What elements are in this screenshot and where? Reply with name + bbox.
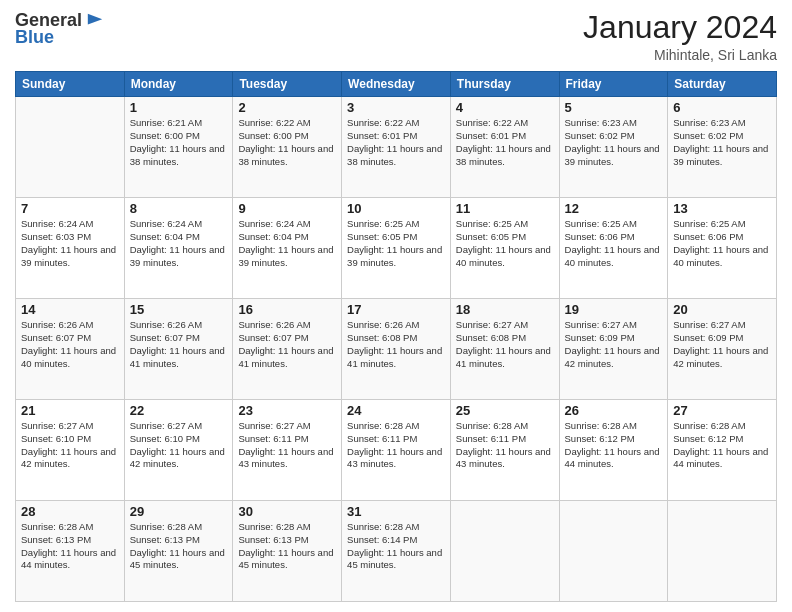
calendar-week-row: 21Sunrise: 6:27 AM Sunset: 6:10 PM Dayli… <box>16 400 777 501</box>
calendar-cell: 15Sunrise: 6:26 AM Sunset: 6:07 PM Dayli… <box>124 299 233 400</box>
page: General Blue January 2024 Mihintale, Sri… <box>0 0 792 612</box>
calendar-cell: 23Sunrise: 6:27 AM Sunset: 6:11 PM Dayli… <box>233 400 342 501</box>
day-number: 25 <box>456 403 554 418</box>
day-info: Sunrise: 6:28 AM Sunset: 6:11 PM Dayligh… <box>347 420 445 471</box>
calendar-cell: 7Sunrise: 6:24 AM Sunset: 6:03 PM Daylig… <box>16 198 125 299</box>
day-number: 14 <box>21 302 119 317</box>
day-info: Sunrise: 6:25 AM Sunset: 6:05 PM Dayligh… <box>456 218 554 269</box>
calendar-cell <box>668 501 777 602</box>
calendar-cell: 8Sunrise: 6:24 AM Sunset: 6:04 PM Daylig… <box>124 198 233 299</box>
calendar-cell <box>16 97 125 198</box>
day-number: 5 <box>565 100 663 115</box>
calendar-cell: 29Sunrise: 6:28 AM Sunset: 6:13 PM Dayli… <box>124 501 233 602</box>
day-info: Sunrise: 6:27 AM Sunset: 6:09 PM Dayligh… <box>673 319 771 370</box>
logo: General Blue <box>15 10 104 48</box>
day-info: Sunrise: 6:24 AM Sunset: 6:04 PM Dayligh… <box>238 218 336 269</box>
calendar-cell: 5Sunrise: 6:23 AM Sunset: 6:02 PM Daylig… <box>559 97 668 198</box>
calendar-cell: 14Sunrise: 6:26 AM Sunset: 6:07 PM Dayli… <box>16 299 125 400</box>
day-number: 17 <box>347 302 445 317</box>
header-sunday: Sunday <box>16 72 125 97</box>
calendar-cell: 13Sunrise: 6:25 AM Sunset: 6:06 PM Dayli… <box>668 198 777 299</box>
header-thursday: Thursday <box>450 72 559 97</box>
day-number: 27 <box>673 403 771 418</box>
day-info: Sunrise: 6:28 AM Sunset: 6:12 PM Dayligh… <box>565 420 663 471</box>
calendar-cell: 3Sunrise: 6:22 AM Sunset: 6:01 PM Daylig… <box>342 97 451 198</box>
day-number: 21 <box>21 403 119 418</box>
calendar-header-row: SundayMondayTuesdayWednesdayThursdayFrid… <box>16 72 777 97</box>
calendar-cell: 9Sunrise: 6:24 AM Sunset: 6:04 PM Daylig… <box>233 198 342 299</box>
day-number: 24 <box>347 403 445 418</box>
header-friday: Friday <box>559 72 668 97</box>
day-number: 1 <box>130 100 228 115</box>
day-info: Sunrise: 6:25 AM Sunset: 6:06 PM Dayligh… <box>673 218 771 269</box>
calendar-week-row: 28Sunrise: 6:28 AM Sunset: 6:13 PM Dayli… <box>16 501 777 602</box>
calendar-cell: 30Sunrise: 6:28 AM Sunset: 6:13 PM Dayli… <box>233 501 342 602</box>
day-number: 15 <box>130 302 228 317</box>
day-info: Sunrise: 6:26 AM Sunset: 6:07 PM Dayligh… <box>21 319 119 370</box>
day-info: Sunrise: 6:26 AM Sunset: 6:08 PM Dayligh… <box>347 319 445 370</box>
day-number: 23 <box>238 403 336 418</box>
calendar-cell: 17Sunrise: 6:26 AM Sunset: 6:08 PM Dayli… <box>342 299 451 400</box>
day-info: Sunrise: 6:22 AM Sunset: 6:01 PM Dayligh… <box>347 117 445 168</box>
header: General Blue January 2024 Mihintale, Sri… <box>15 10 777 63</box>
day-info: Sunrise: 6:28 AM Sunset: 6:13 PM Dayligh… <box>21 521 119 572</box>
day-number: 19 <box>565 302 663 317</box>
day-number: 13 <box>673 201 771 216</box>
calendar-cell: 26Sunrise: 6:28 AM Sunset: 6:12 PM Dayli… <box>559 400 668 501</box>
calendar-week-row: 14Sunrise: 6:26 AM Sunset: 6:07 PM Dayli… <box>16 299 777 400</box>
header-wednesday: Wednesday <box>342 72 451 97</box>
day-number: 11 <box>456 201 554 216</box>
day-info: Sunrise: 6:27 AM Sunset: 6:09 PM Dayligh… <box>565 319 663 370</box>
day-info: Sunrise: 6:23 AM Sunset: 6:02 PM Dayligh… <box>673 117 771 168</box>
day-info: Sunrise: 6:25 AM Sunset: 6:06 PM Dayligh… <box>565 218 663 269</box>
day-info: Sunrise: 6:28 AM Sunset: 6:13 PM Dayligh… <box>238 521 336 572</box>
day-info: Sunrise: 6:21 AM Sunset: 6:00 PM Dayligh… <box>130 117 228 168</box>
day-number: 4 <box>456 100 554 115</box>
location-subtitle: Mihintale, Sri Lanka <box>583 47 777 63</box>
calendar-cell: 24Sunrise: 6:28 AM Sunset: 6:11 PM Dayli… <box>342 400 451 501</box>
day-info: Sunrise: 6:27 AM Sunset: 6:08 PM Dayligh… <box>456 319 554 370</box>
calendar-cell: 10Sunrise: 6:25 AM Sunset: 6:05 PM Dayli… <box>342 198 451 299</box>
day-number: 26 <box>565 403 663 418</box>
day-number: 8 <box>130 201 228 216</box>
day-number: 18 <box>456 302 554 317</box>
calendar-cell: 4Sunrise: 6:22 AM Sunset: 6:01 PM Daylig… <box>450 97 559 198</box>
day-info: Sunrise: 6:22 AM Sunset: 6:00 PM Dayligh… <box>238 117 336 168</box>
day-info: Sunrise: 6:23 AM Sunset: 6:02 PM Dayligh… <box>565 117 663 168</box>
calendar-cell: 20Sunrise: 6:27 AM Sunset: 6:09 PM Dayli… <box>668 299 777 400</box>
day-number: 12 <box>565 201 663 216</box>
day-info: Sunrise: 6:25 AM Sunset: 6:05 PM Dayligh… <box>347 218 445 269</box>
title-block: January 2024 Mihintale, Sri Lanka <box>583 10 777 63</box>
calendar-cell: 27Sunrise: 6:28 AM Sunset: 6:12 PM Dayli… <box>668 400 777 501</box>
calendar-cell <box>559 501 668 602</box>
day-number: 31 <box>347 504 445 519</box>
calendar-cell: 22Sunrise: 6:27 AM Sunset: 6:10 PM Dayli… <box>124 400 233 501</box>
day-number: 28 <box>21 504 119 519</box>
calendar-cell: 18Sunrise: 6:27 AM Sunset: 6:08 PM Dayli… <box>450 299 559 400</box>
logo-flag-icon <box>86 12 104 30</box>
day-number: 3 <box>347 100 445 115</box>
calendar-cell: 21Sunrise: 6:27 AM Sunset: 6:10 PM Dayli… <box>16 400 125 501</box>
day-number: 22 <box>130 403 228 418</box>
day-info: Sunrise: 6:24 AM Sunset: 6:03 PM Dayligh… <box>21 218 119 269</box>
day-number: 30 <box>238 504 336 519</box>
calendar-cell: 25Sunrise: 6:28 AM Sunset: 6:11 PM Dayli… <box>450 400 559 501</box>
day-info: Sunrise: 6:22 AM Sunset: 6:01 PM Dayligh… <box>456 117 554 168</box>
day-info: Sunrise: 6:28 AM Sunset: 6:11 PM Dayligh… <box>456 420 554 471</box>
calendar-cell: 19Sunrise: 6:27 AM Sunset: 6:09 PM Dayli… <box>559 299 668 400</box>
day-info: Sunrise: 6:28 AM Sunset: 6:13 PM Dayligh… <box>130 521 228 572</box>
day-number: 9 <box>238 201 336 216</box>
logo-blue-text: Blue <box>15 27 54 48</box>
calendar-cell: 2Sunrise: 6:22 AM Sunset: 6:00 PM Daylig… <box>233 97 342 198</box>
day-number: 6 <box>673 100 771 115</box>
header-tuesday: Tuesday <box>233 72 342 97</box>
day-info: Sunrise: 6:26 AM Sunset: 6:07 PM Dayligh… <box>238 319 336 370</box>
day-number: 16 <box>238 302 336 317</box>
calendar-cell: 31Sunrise: 6:28 AM Sunset: 6:14 PM Dayli… <box>342 501 451 602</box>
calendar-cell: 12Sunrise: 6:25 AM Sunset: 6:06 PM Dayli… <box>559 198 668 299</box>
calendar-cell: 28Sunrise: 6:28 AM Sunset: 6:13 PM Dayli… <box>16 501 125 602</box>
calendar-table: SundayMondayTuesdayWednesdayThursdayFrid… <box>15 71 777 602</box>
day-info: Sunrise: 6:24 AM Sunset: 6:04 PM Dayligh… <box>130 218 228 269</box>
calendar-week-row: 1Sunrise: 6:21 AM Sunset: 6:00 PM Daylig… <box>16 97 777 198</box>
month-title: January 2024 <box>583 10 777 45</box>
